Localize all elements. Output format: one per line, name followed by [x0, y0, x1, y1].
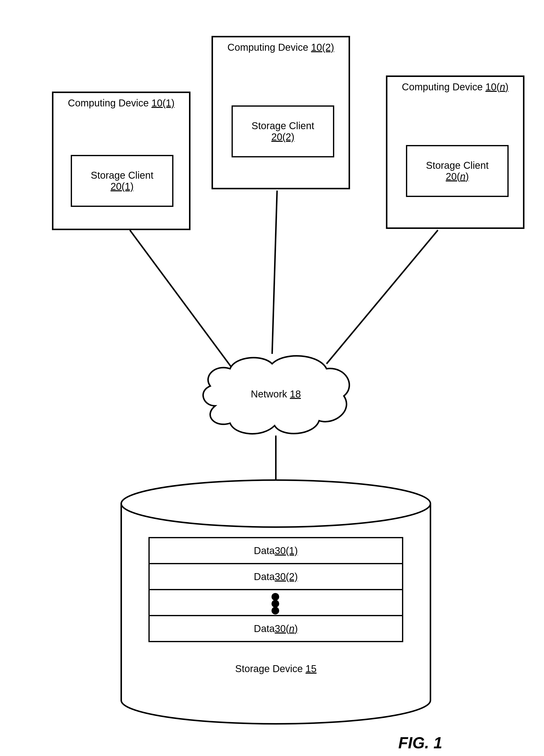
storage-client-n-ref: 20(n): [446, 171, 469, 182]
svg-line-1: [272, 191, 277, 354]
svg-line-2: [326, 230, 438, 364]
storage-device-label: Storage Device 15: [223, 663, 329, 674]
storage-client-1-label: Storage Client: [91, 170, 153, 181]
data-row-prefix: Data: [254, 545, 275, 556]
storage-client-n: Storage Client 20(n): [406, 145, 509, 197]
figure-label: FIG. 1: [398, 734, 442, 752]
storage-client-2-ref: 20(2): [272, 131, 294, 143]
computing-device-n-title: Computing Device 10(n): [387, 81, 523, 93]
network-label: Network 18: [248, 389, 304, 400]
svg-point-4: [121, 677, 430, 724]
title-text: Computing Device: [227, 42, 311, 53]
computing-device-1: Computing Device 10(1) Storage Client 20…: [52, 92, 191, 230]
title-text: Computing Device: [402, 81, 485, 92]
network-label-text: Network: [251, 389, 290, 399]
page-root: Computing Device 10(1) Storage Client 20…: [0, 0, 544, 756]
title-ref: 10(1): [151, 98, 175, 108]
storage-client-1-ref: 20(1): [111, 181, 134, 192]
data-row-ref: 30(1): [275, 545, 298, 556]
svg-line-0: [130, 230, 233, 369]
data-row-prefix: Data: [254, 623, 275, 634]
storage-client-1: Storage Client 20(1): [71, 155, 174, 207]
title-ref: 10(2): [311, 42, 334, 53]
data-row-1: Data 30(1): [149, 537, 403, 564]
svg-point-8: [121, 480, 430, 527]
computing-device-1-title: Computing Device 10(1): [53, 98, 189, 109]
data-row-ref: 30(n): [275, 623, 298, 634]
data-row-n: Data 30(n): [149, 615, 403, 642]
storage-device-ref: 15: [305, 663, 317, 674]
storage-client-2: Storage Client 20(2): [232, 105, 334, 157]
network-ref: 18: [290, 389, 301, 399]
data-row-ref: 30(2): [275, 571, 298, 582]
computing-device-2-title: Computing Device 10(2): [213, 42, 348, 53]
storage-client-2-label: Storage Client: [252, 120, 314, 131]
storage-client-n-label: Storage Client: [426, 160, 489, 171]
vertical-ellipsis-icon: ●●●: [270, 592, 282, 613]
computing-device-n: Computing Device 10(n) Storage Client 20…: [386, 75, 524, 229]
data-row-prefix: Data: [254, 571, 275, 582]
data-row-ellipsis: ●●●: [149, 589, 403, 616]
title-text: Computing Device: [68, 98, 151, 108]
title-ref: 10(n): [485, 81, 508, 92]
computing-device-2: Computing Device 10(2) Storage Client 20…: [212, 36, 350, 189]
storage-device-label-text: Storage Device: [235, 663, 305, 674]
